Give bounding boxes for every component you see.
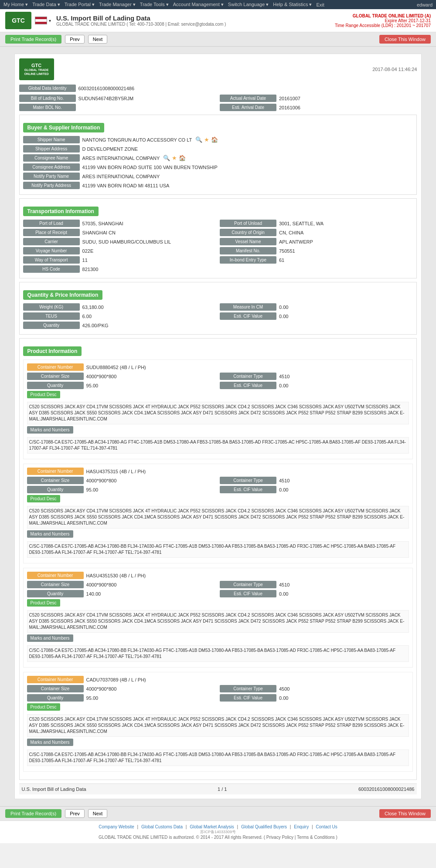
container-type-label-1: Container Type bbox=[220, 477, 276, 484]
product-info-section: Product Information Container Number SUD… bbox=[19, 338, 417, 780]
consignee-home-icon[interactable]: 🏠 bbox=[179, 155, 186, 161]
top-bar-right: GLOBAL TRADE ONLINE LIMITED (A) Expire A… bbox=[335, 14, 431, 28]
manifest-no-value: 750551 bbox=[279, 248, 413, 254]
consignee-icons: 🔍 ★ 🏠 bbox=[163, 155, 186, 161]
container-number-label-1: Container Number bbox=[27, 468, 84, 475]
container-number-label-2: Container Number bbox=[27, 572, 84, 579]
nav-trade-tools[interactable]: Trade Tools ▾ bbox=[140, 2, 169, 7]
container-cif-value-1: 0.00 bbox=[279, 487, 409, 492]
country-of-origin-label: Country of Origin bbox=[220, 229, 276, 236]
way-of-transport-value: 11 bbox=[82, 258, 216, 263]
nav-help-statistics[interactable]: Help & Statistics ▾ bbox=[273, 2, 312, 7]
container-qty-value-2: 140.00 bbox=[86, 591, 216, 597]
way-of-transport-label: Way of Transport bbox=[23, 256, 80, 264]
shipper-address-label: Shipper Address bbox=[23, 145, 80, 153]
prev-button[interactable]: Prev bbox=[65, 35, 85, 44]
footer-enquiry[interactable]: Enquiry bbox=[294, 824, 309, 829]
time-range-label: Time Range Accessible (LDR) : 201201 ~ 2… bbox=[335, 23, 431, 28]
quantity-row: Quantity 426.00/PKG bbox=[23, 322, 413, 329]
transport-row-3: Carrier SUDU, SUD HAMBURG/COLUMBUS LIL V… bbox=[23, 238, 413, 245]
footer-global-market[interactable]: Global Market Analysis bbox=[190, 824, 234, 829]
product-desc-text-1: C520 SCISSORS JACK ASY CD4.1TVM SCISSORS… bbox=[27, 506, 409, 529]
container-cif-label-1: Esti. CIF Value bbox=[220, 486, 276, 493]
consignee-address-row: Consignee Address 41199 VAN BORN ROAD SU… bbox=[23, 163, 413, 171]
container-size-label-0: Container Size bbox=[27, 373, 84, 380]
nav-trade-data[interactable]: Trade Data ▾ bbox=[32, 2, 60, 7]
container-type-label-3: Container Type bbox=[220, 685, 276, 692]
product-desc-text-3: C520 SCISSORS JACK ASY CD4.1TVM SCISSORS… bbox=[27, 714, 409, 737]
print-button[interactable]: Print Trade Record(s) bbox=[5, 35, 61, 44]
container-type-label-0: Container Type bbox=[220, 373, 276, 380]
star-icon[interactable]: ★ bbox=[204, 136, 209, 143]
container-size-value-2: 4000*900*800 bbox=[86, 582, 216, 587]
consignee-name-row: Consignee Name ARES INTERNATIONAL COMPAN… bbox=[23, 154, 413, 162]
place-of-receipt-label: Place of Receipt bbox=[23, 229, 80, 236]
marks-label-1: Marks and Numbers bbox=[27, 530, 73, 538]
container-number-row-0: Container Number SUDU8880452 (4B / L / P… bbox=[27, 363, 409, 371]
us-flag bbox=[35, 17, 47, 24]
product-desc-label-0: Product Desc bbox=[27, 391, 60, 398]
page-title-area: U.S. Import Bill of Lading Data GLOBAL T… bbox=[56, 14, 226, 27]
shipper-name-value: NANTONG TONGRUN AUTO ACCESSORY CO LT bbox=[82, 137, 192, 142]
close-button[interactable]: Close This Window bbox=[379, 35, 431, 44]
footer-global-buyers[interactable]: Global Qualified Buyers bbox=[241, 824, 287, 829]
manifest-no-label: Manifest No. bbox=[220, 247, 276, 254]
prev-button-bottom[interactable]: Prev bbox=[65, 809, 85, 818]
footer-global-customs[interactable]: Global Customs Data bbox=[141, 824, 183, 829]
shipper-name-row: Shipper Name NANTONG TONGRUN AUTO ACCESS… bbox=[23, 136, 413, 143]
container-type-value-2: 4510 bbox=[279, 582, 409, 587]
consignee-search-icon[interactable]: 🔍 bbox=[163, 155, 170, 161]
container-size-label-3: Container Size bbox=[27, 685, 84, 692]
nav-my-home[interactable]: My Home ▾ bbox=[3, 2, 28, 7]
search-icon[interactable]: 🔍 bbox=[195, 136, 202, 143]
doc-footer-id: 600320161008000021486 bbox=[358, 787, 414, 792]
inbond-entry-value: 61 bbox=[279, 258, 413, 263]
nav-trade-portal[interactable]: Trade Portal ▾ bbox=[65, 2, 95, 7]
consignee-star-icon[interactable]: ★ bbox=[172, 155, 177, 161]
qty-cif-value: 0.00 bbox=[279, 314, 413, 319]
footer-company-website[interactable]: Company Website bbox=[99, 824, 134, 829]
close-button-bottom[interactable]: Close This Window bbox=[379, 809, 431, 818]
container-qty-value-3: 95.00 bbox=[86, 695, 216, 701]
consignee-address-value: 41199 VAN BORN ROAD SUITE 100 VAN BUREN … bbox=[82, 165, 413, 170]
place-of-receipt-value: SHANGHAI CN bbox=[82, 230, 216, 235]
nav-switch-language[interactable]: Switch Language ▾ bbox=[228, 2, 269, 7]
container-block-0: Container Number SUDU8880452 (4B / L / P… bbox=[23, 359, 413, 459]
nav-trade-manager[interactable]: Trade Manager ▾ bbox=[99, 2, 136, 7]
voyage-number-label: Voyage Number bbox=[23, 247, 80, 254]
nav-exit[interactable]: Exit bbox=[316, 2, 324, 7]
next-button[interactable]: Next bbox=[88, 35, 108, 44]
marks-label-2: Marks and Numbers bbox=[27, 634, 73, 642]
nav-user: edward bbox=[417, 2, 433, 7]
container-number-value-3: CADU7037089 (4B / L / PH) bbox=[86, 677, 146, 682]
notify-party-address-value: 41199 VAN BORN ROAD MI 48111 USA bbox=[82, 183, 413, 188]
container-number-label-0: Container Number bbox=[27, 363, 84, 371]
container-number-value-1: HASU4375315 (4B / L / PH) bbox=[86, 469, 146, 474]
home-icon[interactable]: 🏠 bbox=[211, 136, 218, 143]
qty-row-1: Weight (KG) 63,180.00 Measure In CM 0.00 bbox=[23, 303, 413, 311]
hs-code-label: HS Code bbox=[23, 265, 80, 273]
print-button-bottom[interactable]: Print Trade Record(s) bbox=[5, 809, 61, 818]
teus-label: TEUS bbox=[23, 312, 80, 320]
consignee-name-value: ARES INTERNATIONAL COMPANY bbox=[82, 156, 160, 161]
marks-text-1: C/SC-17088-CA ES7C-17085-AB AC34-17080-B… bbox=[27, 541, 409, 558]
product-desc-text-2: C520 SCISSORS JACK ASY CD4.1TVM SCISSORS… bbox=[27, 610, 409, 633]
footer-icp: 苏ICP备14033309号 bbox=[5, 829, 431, 835]
global-data-row: Global Data Identity 6003201610080000214… bbox=[19, 85, 417, 92]
next-button-bottom[interactable]: Next bbox=[88, 809, 108, 818]
shipper-icons: 🔍 ★ 🏠 bbox=[195, 136, 218, 143]
nav-account-management[interactable]: Account Management ▾ bbox=[173, 2, 224, 7]
container-qty-value-1: 95.00 bbox=[86, 487, 216, 492]
notify-party-value: ARES INTERNATIONAL COMPANY bbox=[82, 174, 413, 179]
quantity-value: 426.00/PKG bbox=[82, 323, 413, 328]
logo: GTC bbox=[5, 12, 31, 29]
marks-label-0: Marks and Numbers bbox=[27, 426, 73, 434]
master-bol-label: Mater BOL No. bbox=[19, 104, 76, 111]
site-footer-links: Company Website | Global Customs Data | … bbox=[5, 824, 431, 829]
qty-price-header: Quantity & Price Information bbox=[23, 290, 103, 300]
qty-price-section: Quantity & Price Information Weight (KG)… bbox=[19, 282, 417, 335]
container-number-row-3: Container Number CADU7037089 (4B / L / P… bbox=[27, 676, 409, 683]
footer-contact[interactable]: Contact Us bbox=[316, 824, 337, 829]
logo-area: GTC ▾ bbox=[5, 12, 51, 29]
marks-text-0: C/SC-17088-CA ES7C-17085-AB AC34-17080-A… bbox=[27, 437, 409, 454]
